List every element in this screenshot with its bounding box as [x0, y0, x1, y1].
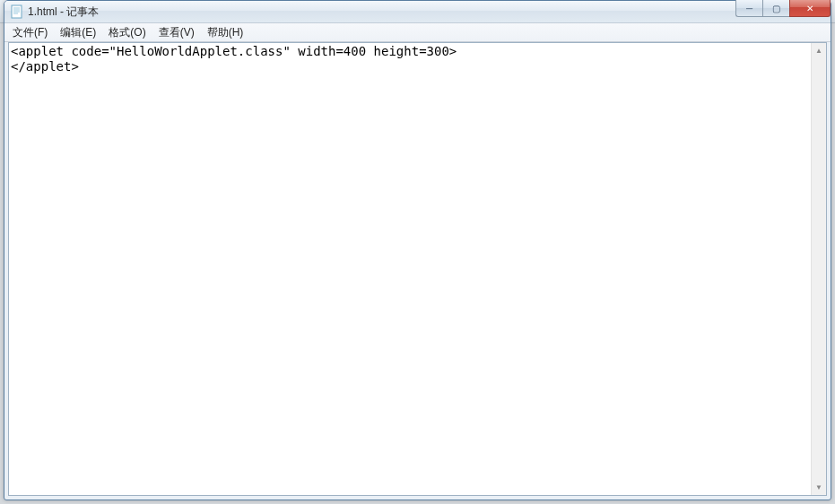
scroll-up-button[interactable]: ▲	[812, 43, 826, 58]
window-title: 1.html - 记事本	[28, 4, 99, 20]
menu-file[interactable]: 文件(F)	[6, 23, 54, 42]
client-area: <applet code="HelloWorldApplet.class" wi…	[8, 42, 827, 496]
chevron-up-icon: ▲	[815, 47, 822, 55]
notepad-window: 1.html - 记事本 ─ ▢ ✕ 文件(F) 编辑(E) 格式(O) 查看(…	[4, 0, 831, 500]
notepad-icon	[10, 4, 24, 19]
scroll-track[interactable]	[812, 58, 826, 480]
minimize-button[interactable]: ─	[735, 0, 762, 17]
close-button[interactable]: ✕	[789, 0, 831, 17]
menu-edit[interactable]: 编辑(E)	[54, 23, 102, 42]
close-icon: ✕	[806, 4, 813, 13]
chevron-down-icon: ▼	[815, 483, 822, 491]
editor-textarea[interactable]: <applet code="HelloWorldApplet.class" wi…	[9, 43, 811, 495]
titlebar[interactable]: 1.html - 记事本 ─ ▢ ✕	[4, 1, 831, 23]
maximize-icon: ▢	[772, 4, 780, 13]
scroll-down-button[interactable]: ▼	[812, 480, 826, 495]
minimize-icon: ─	[746, 4, 752, 13]
menu-format[interactable]: 格式(O)	[102, 23, 152, 42]
menubar: 文件(F) 编辑(E) 格式(O) 查看(V) 帮助(H)	[4, 23, 831, 42]
menu-view[interactable]: 查看(V)	[152, 23, 201, 42]
window-controls: ─ ▢ ✕	[735, 0, 831, 17]
maximize-button[interactable]: ▢	[762, 0, 789, 17]
menu-help[interactable]: 帮助(H)	[201, 23, 250, 42]
vertical-scrollbar[interactable]: ▲ ▼	[811, 43, 826, 495]
